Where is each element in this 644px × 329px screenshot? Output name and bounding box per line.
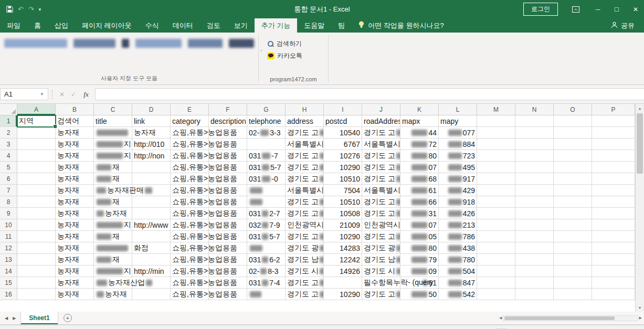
cell-L16[interactable]: 542 <box>439 289 477 300</box>
cell-D2[interactable]: 농자재 <box>132 127 171 139</box>
cell-O11[interactable] <box>554 231 592 242</box>
cell-O6[interactable] <box>554 173 592 185</box>
scroll-down-icon[interactable]: ▼ <box>636 303 644 312</box>
cell-M3[interactable] <box>477 139 515 150</box>
row-header-14[interactable]: 14 <box>0 266 17 277</box>
cell-D10[interactable]: http://www <box>132 219 171 231</box>
cell-H7[interactable]: 서울특별시 <box>286 185 324 196</box>
cell-N2[interactable] <box>515 127 554 139</box>
column-header-I[interactable]: I <box>324 104 362 115</box>
cell-J10[interactable]: 인천광역시 <box>362 219 400 231</box>
column-header-K[interactable]: K <box>400 104 439 115</box>
ribbon-tab-page-layout[interactable]: 페이지 레이아웃 <box>75 18 139 33</box>
cell-E13[interactable]: 쇼핑,유통>농업용품 <box>171 254 209 266</box>
cell-G6[interactable]: 031-0 <box>247 173 286 185</box>
cell-J4[interactable]: 경기도 고 <box>362 150 400 162</box>
cell-P9[interactable] <box>592 208 635 219</box>
cell-D11[interactable] <box>132 231 171 242</box>
cell-I10[interactable]: 21009 <box>324 219 362 231</box>
cell-C10[interactable]: 지 <box>94 219 132 231</box>
next-sheet-icon[interactable]: ▶ <box>13 316 16 321</box>
cell-H15[interactable]: 경기도 고 <box>286 277 324 289</box>
cell-I11[interactable]: 10290 <box>324 231 362 242</box>
cell-B5[interactable]: 농자재 <box>56 162 94 173</box>
cell-O3[interactable] <box>554 139 592 150</box>
cell-L7[interactable]: 429 <box>439 185 477 196</box>
cell-C16[interactable]: 농자재 <box>94 289 132 300</box>
column-header-N[interactable]: N <box>515 104 554 115</box>
cell-L14[interactable]: 504 <box>439 266 477 277</box>
cell-M8[interactable] <box>477 196 515 208</box>
cell-K7[interactable]: 61 <box>400 185 439 196</box>
cell-O12[interactable] <box>554 242 592 254</box>
cell-G9[interactable]: 0312-7 <box>247 208 286 219</box>
cell-L6[interactable]: 917 <box>439 173 477 185</box>
cell-E15[interactable]: 쇼핑,유통>농업용품 <box>171 277 209 289</box>
cell-H6[interactable]: 경기도 고 <box>286 173 324 185</box>
cell-C4[interactable]: 지 <box>94 150 132 162</box>
cell-A15[interactable] <box>17 277 56 289</box>
cell-A3[interactable] <box>17 139 56 150</box>
cell-H11[interactable]: 경기도 고 <box>286 231 324 242</box>
cell-J2[interactable]: 경기도 고 <box>362 127 400 139</box>
cell-K6[interactable]: 68 <box>400 173 439 185</box>
vertical-scrollbar[interactable]: ▲ ▼ <box>635 104 644 312</box>
cell-P13[interactable] <box>592 254 635 266</box>
cell-I4[interactable]: 10276 <box>324 150 362 162</box>
row-header-11[interactable]: 11 <box>0 231 17 242</box>
customize-quick-access-icon[interactable]: ▾ <box>39 7 41 12</box>
cell-G2[interactable]: 02-3-3 <box>247 127 286 139</box>
cell-N3[interactable] <box>515 139 554 150</box>
cell-N12[interactable] <box>515 242 554 254</box>
cell-G5[interactable]: 0315-7 <box>247 162 286 173</box>
horizontal-scroll-track[interactable] <box>503 315 638 321</box>
cell-N5[interactable] <box>515 162 554 173</box>
cell-A1[interactable]: 지역 <box>17 115 56 127</box>
cell-P16[interactable] <box>592 289 635 300</box>
cell-H10[interactable]: 인천광역시 <box>286 219 324 231</box>
cell-C7[interactable]: 농자재판매 <box>94 185 132 196</box>
row-header-10[interactable]: 10 <box>0 219 17 231</box>
cell-B7[interactable]: 농자재 <box>56 185 94 196</box>
ribbon-display-options-icon[interactable] <box>567 6 584 13</box>
cell-J14[interactable]: 경기도 시 <box>362 266 400 277</box>
cell-A7[interactable] <box>17 185 56 196</box>
cell-P1[interactable] <box>592 115 635 127</box>
name-box[interactable]: A1 ▼ <box>0 88 48 100</box>
cell-M11[interactable] <box>477 231 515 242</box>
cell-L2[interactable]: 077 <box>439 127 477 139</box>
cell-J1[interactable]: roadAddress <box>362 115 400 127</box>
cell-L8[interactable]: 918 <box>439 196 477 208</box>
cell-A11[interactable] <box>17 231 56 242</box>
cell-E16[interactable]: 쇼핑,유통>농업용품 <box>171 289 209 300</box>
cell-J5[interactable]: 경기도 고 <box>362 162 400 173</box>
cell-K11[interactable]: 05 <box>400 231 439 242</box>
cell-P12[interactable] <box>592 242 635 254</box>
cell-O1[interactable] <box>554 115 592 127</box>
cell-B8[interactable]: 농자재 <box>56 196 94 208</box>
cell-G16[interactable] <box>247 289 286 300</box>
cell-I8[interactable]: 10510 <box>324 196 362 208</box>
cell-L11[interactable]: 786 <box>439 231 477 242</box>
cell-K13[interactable]: 79 <box>400 254 439 266</box>
cell-C9[interactable]: 농자재 <box>94 208 132 219</box>
cell-A16[interactable] <box>17 289 56 300</box>
cell-A13[interactable] <box>17 254 56 266</box>
scroll-right-icon[interactable]: ▶ <box>639 316 642 320</box>
cell-O9[interactable] <box>554 208 592 219</box>
cell-L1[interactable]: mapy <box>439 115 477 127</box>
tell-me-box[interactable]: 어떤 작업을 원하시나요? <box>352 18 450 33</box>
cell-P2[interactable] <box>592 127 635 139</box>
cell-P15[interactable] <box>592 277 635 289</box>
horizontal-scrollbar[interactable]: ◀ ▶ <box>497 312 644 324</box>
cell-N4[interactable] <box>515 150 554 162</box>
cell-K2[interactable]: 44 <box>400 127 439 139</box>
cell-K5[interactable]: 07 <box>400 162 439 173</box>
column-header-D[interactable]: D <box>132 104 171 115</box>
cell-D14[interactable]: http://min <box>132 266 171 277</box>
cell-A8[interactable] <box>17 196 56 208</box>
cell-C8[interactable]: 재 <box>94 196 132 208</box>
scroll-left-icon[interactable]: ◀ <box>499 316 502 320</box>
cell-G12[interactable] <box>247 242 286 254</box>
row-header-13[interactable]: 13 <box>0 254 17 266</box>
